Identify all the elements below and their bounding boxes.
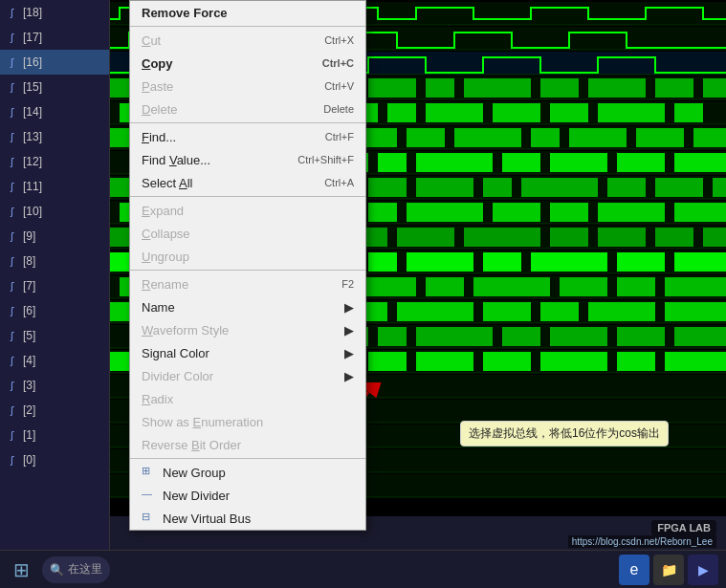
svg-rect-135 — [674, 327, 726, 346]
sidebar-item-label: [18] — [23, 6, 42, 19]
svg-rect-115 — [665, 277, 726, 296]
sidebar-item-5[interactable]: ʃ [5] — [0, 323, 109, 348]
sidebar-item-14[interactable]: ʃ [14] — [0, 99, 109, 124]
menu-item-collapse[interactable]: Collapse — [130, 222, 365, 245]
menu-item-ungroup[interactable]: Ungroup — [130, 245, 365, 268]
sidebar-item-label: [11] — [23, 180, 42, 193]
signal-icon: ʃ — [4, 54, 19, 70]
svg-rect-41 — [598, 103, 665, 122]
sidebar-item-16[interactable]: ʃ [16] — [0, 50, 109, 75]
menu-item-rename[interactable]: Rename F2 — [130, 272, 365, 295]
sidebar-item-3[interactable]: ʃ [3] — [0, 373, 109, 398]
menu-item-find[interactable]: Find... Ctrl+F — [130, 125, 365, 148]
sidebar-item-11[interactable]: ʃ [11] — [0, 174, 109, 199]
taskbar: ⊞ 🔍 在这里 e 📁 ▶ — [0, 550, 726, 588]
sidebar-item-4[interactable]: ʃ [4] — [0, 348, 109, 373]
svg-rect-84 — [674, 203, 726, 222]
svg-rect-81 — [493, 203, 540, 222]
menu-item-delete[interactable]: Delete Delete — [130, 98, 365, 120]
svg-rect-31 — [655, 78, 693, 98]
sidebar-item-label: [16] — [23, 55, 42, 69]
sidebar-item-label: [13] — [23, 130, 42, 143]
signal-icon: ʃ — [4, 403, 19, 418]
menu-item-show-enumeration[interactable]: Show as Enumeration — [130, 410, 365, 433]
sidebar-item-label: [1] — [23, 428, 35, 442]
menu-item-new-group[interactable]: ⊞ New Group — [130, 461, 365, 484]
signal-icon: ʃ — [4, 353, 19, 368]
signal-icon: ʃ — [4, 154, 19, 169]
menu-item-new-virtual-bus[interactable]: ⊟ New Virtual Bus — [130, 507, 365, 530]
menu-item-shortcut: F2 — [341, 278, 354, 290]
sidebar-item-12[interactable]: ʃ [12] — [0, 149, 109, 174]
signal-icon: ʃ — [4, 79, 19, 95]
menu-item-signal-color[interactable]: Signal Color ▶ — [130, 341, 365, 364]
sidebar-item-1[interactable]: ʃ [1] — [0, 423, 109, 447]
svg-rect-53 — [693, 128, 726, 147]
menu-item-copy[interactable]: Copy Ctrl+C — [130, 52, 365, 75]
sidebar-item-18[interactable]: ʃ [18] — [0, 0, 109, 25]
taskbar-app-2[interactable]: 📁 — [653, 555, 684, 585]
signal-icon: ʃ — [4, 30, 19, 45]
explorer-icon: 📁 — [661, 562, 677, 577]
submenu-arrow-icon: ▶ — [344, 300, 354, 315]
menu-item-remove-force[interactable]: Remove Force — [130, 1, 365, 24]
svg-rect-52 — [636, 128, 684, 147]
svg-rect-49 — [454, 128, 521, 147]
tooltip-text: 选择虚拟总线，将低16位作为cos输出 — [469, 426, 660, 440]
menu-item-reverse-bit-order[interactable]: Reverse Bit Order — [130, 433, 365, 456]
menu-item-waveform-style[interactable]: Waveform Style ▶ — [130, 318, 365, 341]
svg-rect-132 — [502, 327, 540, 346]
new-bus-icon: ⊟ — [142, 511, 157, 526]
svg-rect-131 — [416, 327, 493, 346]
sidebar-item-17[interactable]: ʃ [17] — [0, 25, 109, 50]
sidebar-item-label: [5] — [23, 329, 35, 342]
menu-item-label: Select All — [142, 176, 192, 190]
svg-rect-58 — [378, 153, 407, 172]
sidebar-item-8[interactable]: ʃ [8] — [0, 249, 109, 273]
sidebar-item-6[interactable]: ʃ [6] — [0, 298, 109, 323]
menu-item-shortcut: Ctrl+X — [324, 34, 354, 46]
svg-rect-104 — [617, 252, 665, 272]
menu-item-label: Paste — [142, 79, 173, 94]
svg-rect-134 — [617, 327, 665, 346]
menu-item-label: Divider Color — [142, 369, 213, 383]
sidebar-item-7[interactable]: ʃ [7] — [0, 273, 109, 298]
taskbar-search[interactable]: 🔍 在这里 — [42, 556, 110, 583]
menu-item-label: Radix — [142, 392, 173, 406]
svg-rect-140 — [368, 352, 407, 371]
signal-icon: ʃ — [4, 378, 19, 393]
signal-icon: ʃ — [4, 129, 19, 144]
sidebar-item-9[interactable]: ʃ [9] — [0, 224, 109, 249]
sidebar-item-2[interactable]: ʃ [2] — [0, 398, 109, 423]
sidebar-item-label: [15] — [23, 80, 42, 94]
svg-rect-100 — [368, 252, 397, 272]
sidebar-item-15[interactable]: ʃ [15] — [0, 75, 109, 99]
menu-item-find-value[interactable]: Find Value... Ctrl+Shift+F — [130, 148, 365, 171]
sidebar-item-13[interactable]: ʃ [13] — [0, 124, 109, 149]
menu-item-shortcut: Ctrl+A — [324, 177, 354, 188]
signal-icon: ʃ — [4, 5, 19, 20]
menu-item-divider-color[interactable]: Divider Color ▶ — [130, 364, 365, 387]
taskbar-app-1[interactable]: e — [619, 555, 649, 585]
submenu-arrow-icon: ▶ — [344, 369, 354, 383]
menu-item-shortcut: Ctrl+Shift+F — [297, 154, 354, 165]
signal-icon: ʃ — [4, 427, 19, 443]
context-menu: Remove Force Cut Ctrl+X Copy Ctrl+C Past… — [129, 0, 366, 531]
taskbar-app-3[interactable]: ▶ — [688, 555, 718, 585]
menu-item-cut[interactable]: Cut Ctrl+X — [130, 29, 365, 52]
svg-rect-60 — [502, 153, 540, 172]
menu-item-expand[interactable]: Expand — [130, 199, 365, 222]
sidebar-item-0[interactable]: ʃ [0] — [0, 447, 109, 472]
menu-item-name[interactable]: Name ▶ — [130, 295, 365, 318]
menu-item-shortcut: Ctrl+V — [324, 80, 354, 92]
watermark-label: FPGA LAB — [651, 520, 716, 535]
menu-item-select-all[interactable]: Select All Ctrl+A — [130, 171, 365, 194]
menu-divider-2 — [130, 122, 365, 123]
menu-item-paste[interactable]: Paste Ctrl+V — [130, 75, 365, 98]
start-button[interactable]: ⊞ — [8, 556, 34, 583]
svg-rect-40 — [550, 103, 588, 122]
sidebar-item-10[interactable]: ʃ [10] — [0, 199, 109, 224]
menu-item-radix[interactable]: Radix — [130, 387, 365, 410]
menu-item-new-divider[interactable]: — New Divider — [130, 484, 365, 507]
svg-rect-42 — [674, 103, 703, 122]
